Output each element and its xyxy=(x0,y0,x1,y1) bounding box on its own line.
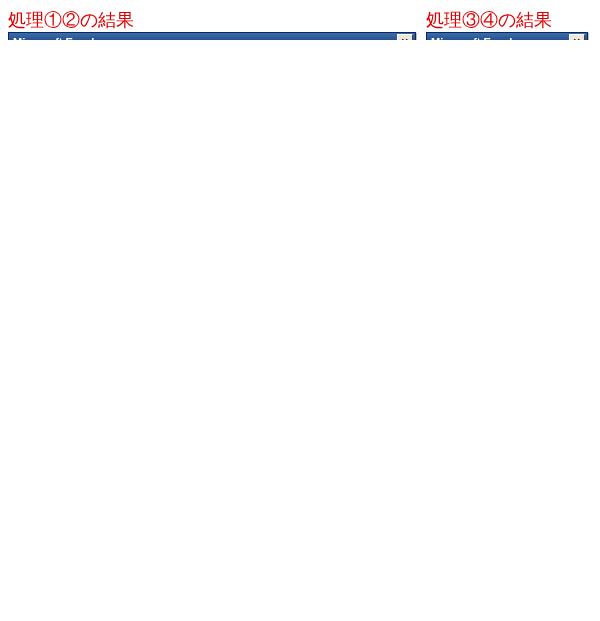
dialog-result-1-2: Microsoft Excel ✕ <html><head> <meta htt… xyxy=(8,32,416,40)
label-result-3-4: 処理③④の結果 xyxy=(426,8,552,32)
header-labels: 処理①②の結果 処理③④の結果 xyxy=(8,8,592,32)
title-text: Microsoft Excel xyxy=(431,36,569,40)
close-icon[interactable]: ✕ xyxy=(397,34,413,40)
dialog-result-3-4: Microsoft Excel ✕ <ul> <li>リスト1</li> <li… xyxy=(426,32,588,40)
title-text: Microsoft Excel xyxy=(13,36,397,40)
titlebar[interactable]: Microsoft Excel ✕ xyxy=(427,33,587,40)
titlebar[interactable]: Microsoft Excel ✕ xyxy=(9,33,415,40)
label-result-1-2: 処理①②の結果 xyxy=(8,8,134,32)
close-icon[interactable]: ✕ xyxy=(569,34,585,40)
